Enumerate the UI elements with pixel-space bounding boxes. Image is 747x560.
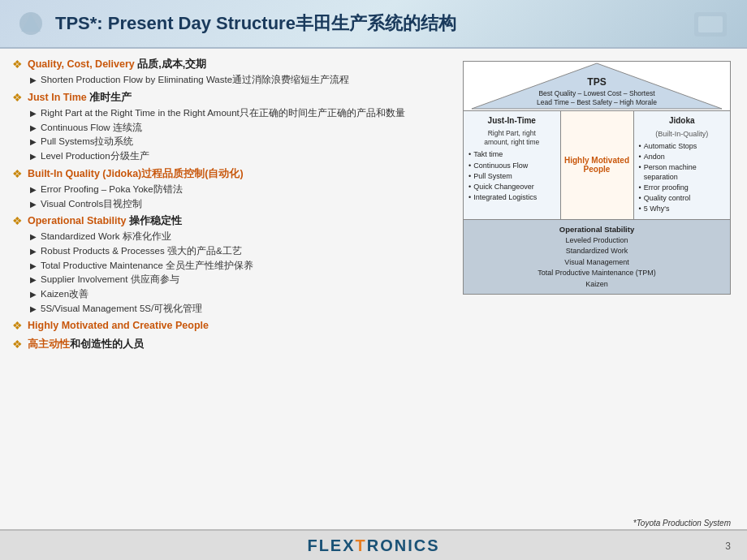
pillar-jidoka: Jidoka (Built-In-Quality) Automatic Stop…	[634, 111, 731, 219]
qcd-label: Quality, Cost, Delivery 品质,成本,交期	[28, 57, 206, 71]
diamond-qcd: ❖	[12, 57, 23, 71]
header: TPS*: Present Day Structure丰田生产系统的结构	[0, 0, 747, 49]
pillar-left-item-2: Pull System	[468, 171, 555, 181]
tps-diagram: TPS Best Quality – Lowest Cost – Shortes…	[463, 61, 731, 295]
header-icon	[16, 9, 45, 38]
bullet-hmcp: ❖ Highly Motivated and Creative People	[12, 318, 451, 333]
pillar-right-title: Jidoka	[639, 115, 726, 127]
diamond-jit: ❖	[12, 90, 23, 105]
pillar-right-item-5: 5 Why's	[639, 204, 726, 213]
pillar-left-item-4: Integrated Logistics	[468, 192, 555, 202]
jit-label: Just In Time 准时生产	[28, 90, 132, 105]
svg-rect-3	[698, 16, 723, 32]
diagram-foundation: Operational Stability Leveled Production…	[464, 219, 730, 295]
pillar-right-item-4: Quality control	[639, 193, 726, 203]
ops-label: Operational Stability 操作稳定性	[28, 213, 182, 228]
header-title-en: TPS*: Present Day Structure	[55, 13, 296, 33]
slide: TPS*: Present Day Structure丰田生产系统的结构 ❖ Q…	[0, 0, 747, 560]
diamond-jidoka: ❖	[12, 166, 23, 181]
bullet-qcd: ❖ Quality, Cost, Delivery 品质,成本,交期 ▶Shor…	[12, 57, 451, 87]
pillar-left-item-0: Takt time	[468, 149, 555, 159]
header-title: TPS*: Present Day Structure丰田生产系统的结构	[55, 11, 456, 36]
foundation-item-3: Total Productive Maintenance (TPM)	[470, 268, 723, 279]
foundation-item-4: Kaizen	[470, 279, 723, 291]
foundation-title: Operational Stability	[470, 224, 723, 235]
page-number: 3	[725, 541, 731, 552]
pillar-left-title: Just-In-Time	[468, 115, 555, 127]
pillar-jit: Just-In-Time Right Part, rightamount, ri…	[464, 111, 561, 219]
pillar-center: Highly Motivated People	[561, 111, 634, 219]
qcd-subs: ▶Shorten Production Flow by Eliminating …	[30, 73, 451, 87]
diagram-title: TPS	[537, 76, 657, 89]
header-title-cn: 丰田生产系统的结构	[296, 13, 456, 33]
pillar-center-text: Highly Motivated People	[564, 156, 630, 174]
diamond-hmcp: ❖	[12, 318, 23, 333]
bullet-chinese: ❖ 高主动性和创造性的人员	[12, 337, 451, 351]
pillar-right-item-2: Person machine separation	[639, 162, 726, 182]
pillar-right-item-0: Automatic Stops	[639, 141, 726, 151]
header-icon-right	[690, 8, 731, 41]
toyota-note: *Toyota Production System	[0, 519, 747, 529]
foundation-item-2: Visual Management	[470, 257, 723, 269]
jidoka-label: Built-In Quality (Jidoka)过程品质控制(自动化)	[28, 166, 244, 181]
jidoka-subs: ▶Error Proofing – Poka Yoke防错法 ▶Visual C…	[30, 183, 451, 210]
hmcp-label: Highly Motivated and Creative People	[28, 318, 209, 333]
diamond-chinese: ❖	[12, 337, 23, 351]
bullet-jit: ❖ Just In Time 准时生产 ▶Right Part at the R…	[12, 90, 451, 163]
chinese-label: 高主动性和创造性的人员	[28, 337, 144, 351]
diagram-body: Just-In-Time Right Part, rightamount, ri…	[464, 110, 730, 219]
pillar-left-item-3: Quick Changeover	[468, 182, 555, 192]
jit-subs: ▶Right Part at the Right Time in the Rig…	[30, 106, 451, 163]
content-area: ❖ Quality, Cost, Delivery 品质,成本,交期 ▶Shor…	[0, 49, 747, 519]
text-column: ❖ Quality, Cost, Delivery 品质,成本,交期 ▶Shor…	[12, 57, 451, 515]
diagram-roof: TPS Best Quality – Lowest Cost – Shortes…	[464, 62, 730, 110]
pillar-right-subtitle: (Built-In-Quality)	[639, 129, 726, 139]
pillar-left-list: Takt time Continuous Flow Pull System Qu…	[468, 149, 555, 202]
pillar-right-item-1: Andon	[639, 152, 726, 162]
roof-line2: Lead Time – Best Safety – High Morale	[537, 98, 657, 107]
roof-text: TPS Best Quality – Lowest Cost – Shortes…	[537, 76, 657, 110]
footer: FLEXTRONICS 3	[0, 529, 747, 560]
diagram-column: TPS Best Quality – Lowest Cost – Shortes…	[459, 57, 735, 515]
diamond-ops: ❖	[12, 213, 23, 228]
bullet-jidoka: ❖ Built-In Quality (Jidoka)过程品质控制(自动化) ▶…	[12, 166, 451, 211]
pillar-left-item-1: Continuous Flow	[468, 161, 555, 170]
pillar-right-item-3: Error proofing	[639, 183, 726, 192]
foundation-item-0: Leveled Production	[470, 235, 723, 247]
pillar-right-list: Automatic Stops Andon Person machine sep…	[639, 141, 726, 214]
footer-brand: FLEXTRONICS	[307, 536, 439, 555]
bullet-ops: ❖ Operational Stability 操作稳定性 ▶Standardi…	[12, 213, 451, 315]
roof-line1: Best Quality – Lowest Cost – Shortest	[537, 89, 657, 98]
pillar-left-subtitle: Right Part, rightamount, right time	[468, 129, 555, 148]
ops-subs: ▶Standardized Work 标准化作业 ▶Robust Product…	[30, 230, 451, 315]
foundation-item-1: Standardized Work	[470, 246, 723, 257]
